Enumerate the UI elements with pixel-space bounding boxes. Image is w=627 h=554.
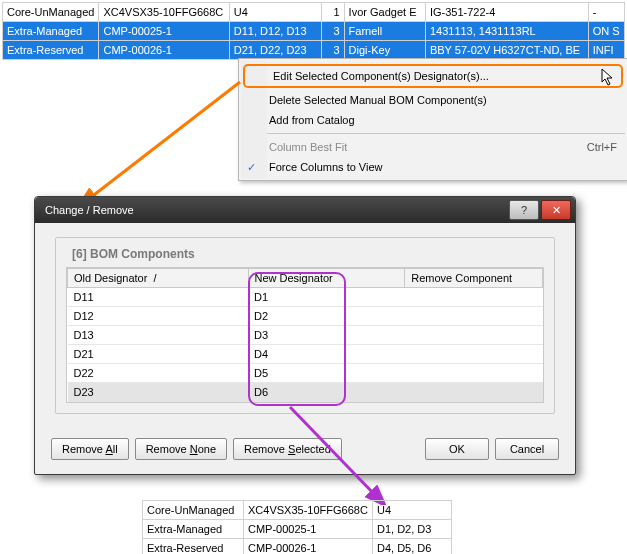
dialog-button-bar: Remove All Remove None Remove Selected O… <box>35 426 575 474</box>
col-old-designator[interactable]: Old Designator / <box>68 269 249 288</box>
grid-cell[interactable]: Extra-Managed <box>3 22 99 41</box>
grid-cell[interactable]: CMP-00025-1 <box>244 520 373 539</box>
designator-table[interactable]: Old Designator / New Designator Remove C… <box>67 268 543 402</box>
grid-cell[interactable]: CMP-00025-1 <box>99 22 229 41</box>
grid-cell[interactable]: D21, D22, D23 <box>229 41 321 60</box>
menu-add-from-catalog[interactable]: Add from Catalog <box>239 110 627 130</box>
cell-old[interactable]: D13 <box>68 326 249 345</box>
grid-cell[interactable]: Ivor Gadget E <box>344 3 425 22</box>
grid-cell[interactable]: Core-UnManaged <box>143 501 244 520</box>
cell-remove[interactable] <box>405 345 543 364</box>
bom-components-group: [6] BOM Components Old Designator / New … <box>55 237 555 414</box>
cell-old[interactable]: D11 <box>68 288 249 307</box>
grid-cell[interactable]: Digi-Key <box>344 41 425 60</box>
menu-item-label: Add from Catalog <box>269 114 355 126</box>
table-row[interactable]: D11D1 <box>68 288 543 307</box>
mouse-cursor-icon <box>601 68 615 88</box>
context-menu: Edit Selected Component(s) Designator(s)… <box>238 58 627 181</box>
menu-item-label: Column Best Fit <box>269 141 347 153</box>
grid-cell[interactable]: CMP-00026-1 <box>244 539 373 555</box>
grid-cell[interactable]: D11, D12, D13 <box>229 22 321 41</box>
cell-remove[interactable] <box>405 326 543 345</box>
menu-edit-designators[interactable]: Edit Selected Component(s) Designator(s)… <box>243 64 623 88</box>
cell-new[interactable]: D2 <box>248 307 405 326</box>
callout-arrow-orange <box>80 80 260 210</box>
table-row[interactable]: D23D6 <box>68 383 543 402</box>
cell-new[interactable]: D5 <box>248 364 405 383</box>
grid-cell[interactable]: 3 <box>321 22 344 41</box>
cell-old[interactable]: D12 <box>68 307 249 326</box>
change-remove-dialog: Change / Remove ? ✕ [6] BOM Components O… <box>34 196 576 475</box>
menu-column-best-fit[interactable]: Column Best Fit Ctrl+F <box>239 137 627 157</box>
result-grid[interactable]: Core-UnManagedXC4VSX35-10FFG668CU4Extra-… <box>142 500 452 554</box>
cell-new[interactable]: D6 <box>248 383 405 402</box>
grid-cell[interactable]: INFI <box>588 41 624 60</box>
grid-cell[interactable]: - <box>588 3 624 22</box>
help-button[interactable]: ? <box>509 200 539 220</box>
dialog-title: Change / Remove <box>45 204 134 216</box>
table-row[interactable]: Core-UnManagedXC4VSX35-10FFG668CU41Ivor … <box>3 3 625 22</box>
grid-cell[interactable]: Extra-Reserved <box>3 41 99 60</box>
group-title: [6] BOM Components <box>68 247 199 261</box>
table-row[interactable]: Extra-ManagedCMP-00025-1D11, D12, D133Fa… <box>3 22 625 41</box>
grid-cell[interactable]: Farnell <box>344 22 425 41</box>
menu-force-columns[interactable]: ✓ Force Columns to View <box>239 157 627 177</box>
cell-new[interactable]: D4 <box>248 345 405 364</box>
menu-item-label: Edit Selected Component(s) Designator(s)… <box>273 70 489 82</box>
grid-cell[interactable]: XC4VSX35-10FFG668C <box>99 3 229 22</box>
grid-cell[interactable]: Extra-Reserved <box>143 539 244 555</box>
grid-cell[interactable]: 1 <box>321 3 344 22</box>
cancel-button[interactable]: Cancel <box>495 438 559 460</box>
cell-remove[interactable] <box>405 307 543 326</box>
grid-cell[interactable]: U4 <box>229 3 321 22</box>
close-button[interactable]: ✕ <box>541 200 571 220</box>
table-row[interactable]: Extra-ReservedCMP-00026-1D4, D5, D6 <box>143 539 452 555</box>
menu-item-label: Delete Selected Manual BOM Component(s) <box>269 94 487 106</box>
table-row[interactable]: D13D3 <box>68 326 543 345</box>
table-row[interactable]: Extra-ReservedCMP-00026-1D21, D22, D233D… <box>3 41 625 60</box>
cell-remove[interactable] <box>405 364 543 383</box>
grid-cell[interactable]: CMP-00026-1 <box>99 41 229 60</box>
menu-shortcut: Ctrl+F <box>587 141 617 153</box>
cell-remove[interactable] <box>405 383 543 402</box>
remove-none-button[interactable]: Remove None <box>135 438 227 460</box>
col-new-designator[interactable]: New Designator <box>248 269 405 288</box>
grid-cell[interactable]: 1431113, 1431113RL <box>425 22 588 41</box>
col-remove-component[interactable]: Remove Component <box>405 269 543 288</box>
check-icon: ✓ <box>247 161 256 174</box>
cell-remove[interactable] <box>405 288 543 307</box>
grid-cell[interactable]: 3 <box>321 41 344 60</box>
cell-new[interactable]: D3 <box>248 326 405 345</box>
menu-delete-component[interactable]: Delete Selected Manual BOM Component(s) <box>239 90 627 110</box>
table-row[interactable]: D22D5 <box>68 364 543 383</box>
grid-cell[interactable]: D4, D5, D6 <box>373 539 452 555</box>
menu-item-label: Force Columns to View <box>269 161 383 173</box>
grid-cell[interactable]: XC4VSX35-10FFG668C <box>244 501 373 520</box>
remove-all-button[interactable]: Remove All <box>51 438 129 460</box>
cell-old[interactable]: D23 <box>68 383 249 402</box>
source-grid[interactable]: Core-UnManagedXC4VSX35-10FFG668CU41Ivor … <box>2 2 625 60</box>
grid-cell[interactable]: Extra-Managed <box>143 520 244 539</box>
table-row[interactable]: D21D4 <box>68 345 543 364</box>
dialog-titlebar[interactable]: Change / Remove ? ✕ <box>35 197 575 223</box>
table-row[interactable]: Extra-ManagedCMP-00025-1D1, D2, D3 <box>143 520 452 539</box>
grid-cell[interactable]: IG-351-722-4 <box>425 3 588 22</box>
grid-cell[interactable]: D1, D2, D3 <box>373 520 452 539</box>
cell-new[interactable]: D1 <box>248 288 405 307</box>
ok-button[interactable]: OK <box>425 438 489 460</box>
grid-cell[interactable]: Core-UnManaged <box>3 3 99 22</box>
cell-old[interactable]: D21 <box>68 345 249 364</box>
menu-separator <box>267 133 625 134</box>
table-row[interactable]: D12D2 <box>68 307 543 326</box>
grid-cell[interactable]: BBY 57-02V H6327CT-ND, BE <box>425 41 588 60</box>
cell-old[interactable]: D22 <box>68 364 249 383</box>
table-row[interactable]: Core-UnManagedXC4VSX35-10FFG668CU4 <box>143 501 452 520</box>
remove-selected-button[interactable]: Remove Selected <box>233 438 342 460</box>
grid-cell[interactable]: ON S <box>588 22 624 41</box>
grid-cell[interactable]: U4 <box>373 501 452 520</box>
